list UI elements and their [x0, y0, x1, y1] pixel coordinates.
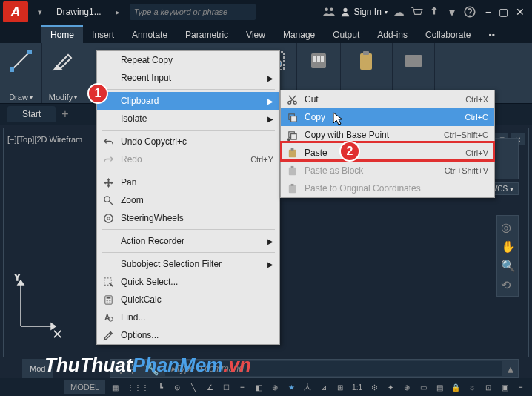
sb-hardware-icon[interactable]: ⊡ [482, 380, 495, 394]
ctx-item-options-[interactable]: Options... [97, 326, 279, 344]
viewport-label[interactable]: [−][Top][2D Wirefram [6, 133, 84, 145]
ctx-item-copy-with-base-point[interactable]: Copy with Base PointCtrl+Shift+C [281, 126, 494, 144]
sb-transparency-icon[interactable]: ◧ [252, 380, 265, 394]
ctx-item-action-recorder[interactable]: Action Recorder▶ [97, 232, 279, 250]
nav-bar[interactable]: ◎ ✋ 🔍 ⟲ [496, 215, 519, 297]
share-icon[interactable] [428, 5, 441, 19]
sb-dynamic-ucs-icon[interactable]: 人 [301, 380, 314, 394]
ctx-item-pan[interactable]: Pan [97, 174, 279, 191]
svg-rect-44 [290, 116, 296, 122]
ctx-item-quickcalc[interactable]: QuickCalc [97, 291, 279, 308]
file-tab-add-icon[interactable]: + [61, 108, 68, 121]
nav-zoom-icon[interactable]: 🔍 [501, 259, 514, 272]
maximize-button[interactable]: ▢ [499, 6, 508, 18]
sb-gizmo-icon[interactable]: ⊞ [333, 380, 347, 394]
svg-point-2 [344, 8, 348, 12]
svg-rect-16 [313, 56, 316, 59]
ctx-item-zoom[interactable]: Zoom [97, 191, 279, 209]
panel-draw[interactable]: Draw▾ [0, 43, 42, 103]
sb-annomonitor-icon[interactable]: ⊕ [400, 380, 413, 394]
cmd-recent-icon[interactable]: ▴ [508, 362, 513, 376]
callout-badge-1: 1 [87, 83, 108, 104]
panel-modify[interactable]: Modify▾ [42, 43, 84, 103]
sb-osnap-icon[interactable]: ∠ [203, 380, 216, 394]
ctx-item-paste-to-original-coordinates[interactable]: Paste to Original Coordinates [281, 179, 494, 197]
cloud-icon[interactable]: ☁ [392, 5, 405, 19]
sb-quickprops-icon[interactable]: ▤ [433, 380, 446, 394]
blank-icon [100, 257, 116, 271]
ctx-item-subobject-selection-filter[interactable]: Subobject Selection Filter▶ [97, 255, 279, 273]
ctx-item-repeat-copy[interactable]: Repeat Copy [97, 51, 279, 69]
sb-otrack-icon[interactable]: ☐ [219, 380, 233, 394]
nav-pan-icon[interactable]: ✋ [501, 240, 514, 253]
sb-scale-label[interactable]: 1:1 [350, 380, 365, 394]
ctx-item-redo[interactable]: RedoCtrl+Y [97, 151, 279, 168]
close-button[interactable]: ✕ [516, 6, 525, 18]
sb-3dosnap-icon[interactable]: ★ [285, 380, 298, 394]
tab-overflow-icon[interactable]: ▪▪ [479, 27, 504, 43]
doc-dropdown-icon[interactable]: ▸ [110, 4, 125, 19]
pasteorig-icon [284, 182, 300, 195]
sb-workspace-icon[interactable]: ✦ [384, 380, 397, 394]
help-icon[interactable] [463, 5, 476, 19]
ctx-item-recent-input[interactable]: Recent Input▶ [97, 69, 279, 87]
tab-addins[interactable]: Add-ins [368, 27, 416, 43]
sign-in-button[interactable]: Sign In▾ [340, 7, 387, 17]
sb-lineweight-icon[interactable]: ≡ [236, 380, 249, 394]
svg-point-36 [109, 300, 110, 301]
utilities-icon [304, 46, 333, 76]
sb-isolate-icon[interactable]: ☼ [465, 380, 479, 394]
sb-polar-icon[interactable]: ⊙ [170, 380, 184, 394]
tab-view[interactable]: View [237, 27, 274, 43]
cart-icon[interactable] [410, 5, 423, 19]
crosshair-marker: ✕ [52, 326, 63, 343]
ctx-item-undo-copyctrl-c[interactable]: Undo Copyctrl+c [97, 133, 279, 151]
qat-dropdown-icon[interactable]: ▾ [33, 4, 47, 19]
ctx-item-paste[interactable]: PasteCtrl+V [281, 144, 494, 162]
tab-output[interactable]: Output [324, 27, 368, 43]
document-title: Drawing1... [52, 7, 106, 17]
file-tab-start[interactable]: Start [7, 106, 56, 122]
search-input[interactable]: Type a keyword or phrase [130, 4, 256, 20]
ctx-item-isolate[interactable]: Isolate▶ [97, 110, 279, 128]
clipboard-icon [351, 46, 381, 76]
ctx-item-quick-select-[interactable]: Quick Select... [97, 273, 279, 291]
ctx-item-clipboard[interactable]: Clipboard▶ [97, 92, 279, 110]
sb-snap-icon[interactable]: ⋮⋮⋮ [124, 380, 151, 394]
nav-orbit-icon[interactable]: ⟲ [501, 278, 514, 291]
sb-filter-icon[interactable]: ⊿ [317, 380, 330, 394]
svg-rect-48 [288, 149, 295, 156]
sb-annoscale-icon[interactable]: ⚙ [368, 380, 381, 394]
sb-cycling-icon[interactable]: ⊕ [268, 380, 282, 394]
sb-model-button[interactable]: MODEL [64, 380, 105, 394]
ctx-item-copy[interactable]: CopyCtrl+C [281, 108, 494, 126]
ctx-item-paste-as-block[interactable]: Paste as BlockCtrl+Shift+V [281, 162, 494, 179]
submenu-arrow-icon: ▶ [267, 74, 273, 82]
app-logo[interactable]: A [3, 1, 28, 22]
tab-home[interactable]: Home [41, 25, 83, 43]
nav-wheel-icon[interactable]: ◎ [501, 220, 514, 234]
tab-insert[interactable]: Insert [83, 27, 123, 43]
redo-icon [100, 153, 116, 166]
sb-lock-icon[interactable]: 🔒 [449, 380, 462, 394]
sb-isodraft-icon[interactable]: ╲ [187, 380, 200, 394]
tab-manage[interactable]: Manage [274, 27, 324, 43]
sb-customize-icon[interactable]: ≡ [514, 380, 528, 394]
tab-collaborate[interactable]: Collaborate [416, 27, 479, 43]
tab-parametric[interactable]: Parametric [176, 27, 237, 43]
svg-text:Y: Y [15, 274, 20, 282]
sb-grid-icon[interactable]: ▦ [108, 380, 122, 394]
zoom-icon [100, 194, 116, 207]
ctx-item-cut[interactable]: CutCtrl+X [281, 90, 494, 108]
minimize-button[interactable]: − [485, 6, 491, 18]
tab-annotate[interactable]: Annotate [123, 27, 176, 43]
sb-units-icon[interactable]: ▭ [416, 380, 430, 394]
people-icon[interactable] [322, 5, 336, 19]
sb-cleanscreen-icon[interactable]: ▣ [498, 380, 511, 394]
calc-icon [100, 293, 116, 306]
ctx-item-steeringwheels[interactable]: SteeringWheels [97, 209, 279, 227]
sb-ortho-icon[interactable]: ┗ [154, 380, 167, 394]
svg-rect-46 [290, 133, 296, 139]
ctx-item-find-[interactable]: AFind... [97, 308, 279, 326]
help-dropdown-icon[interactable]: ▾ [445, 5, 459, 19]
